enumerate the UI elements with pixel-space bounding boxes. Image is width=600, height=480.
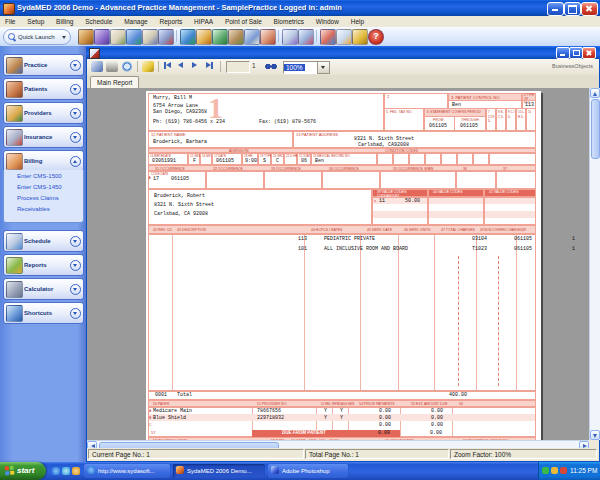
sidebar-item-billing[interactable]: Billing (3, 150, 84, 172)
vertical-scrollbar[interactable] (589, 88, 600, 440)
group-tree-icon[interactable] (142, 61, 154, 72)
monitor-icon[interactable] (336, 29, 352, 45)
insurance-icon (6, 129, 23, 146)
print-icon[interactable] (106, 61, 118, 72)
maximize-button[interactable] (564, 2, 581, 16)
lock-icon[interactable] (352, 29, 368, 45)
sidebar-item-shortcuts[interactable]: Shortcuts (3, 302, 84, 324)
patient-record-icon[interactable] (110, 29, 126, 45)
menu-file[interactable]: File (0, 16, 20, 27)
refresh-icon[interactable] (121, 61, 133, 72)
photoshop-icon (271, 466, 279, 474)
zoom-combobox[interactable]: 100% (283, 61, 319, 74)
help-icon[interactable]: ? (368, 29, 384, 45)
tray-update-icon[interactable] (551, 467, 558, 474)
form-condition-cell (473, 153, 489, 165)
billing-icon (6, 153, 23, 170)
sidebar-item-practice[interactable]: Practice (3, 54, 84, 76)
billing-coin-icon[interactable] (196, 29, 212, 45)
menu-schedule[interactable]: Schedule (80, 16, 117, 27)
form-box-18: 18 HR 9:00 (242, 153, 258, 165)
menu-hipaa[interactable]: HIPAA (189, 16, 218, 27)
sidebar-item-calculator[interactable]: Calculator (3, 278, 84, 300)
status-current-page: Current Page No.: 1 (88, 449, 304, 459)
icd-codes-icon[interactable] (94, 29, 110, 45)
tray-alert-icon[interactable] (560, 467, 567, 474)
scroll-down-button[interactable] (590, 430, 600, 440)
menu-biometrics[interactable]: Biometrics (269, 16, 309, 27)
next-page-button[interactable] (192, 62, 202, 72)
chevron-down-icon[interactable] (70, 84, 81, 95)
zoom-dropdown-button[interactable] (317, 61, 330, 74)
report-minimize-button[interactable] (556, 47, 570, 59)
chevron-down-icon[interactable] (70, 308, 81, 319)
page-number-box[interactable] (226, 61, 250, 73)
menu-billing[interactable]: Billing (51, 16, 78, 27)
form-box-11: 11 (526, 108, 536, 131)
sidebar-item-insurance[interactable]: Insurance (3, 126, 84, 148)
tray-shield-icon[interactable] (542, 467, 549, 474)
navigation-sidebar: Practice Patients Providers Insurance Bi… (0, 46, 86, 462)
cpt-codes-icon[interactable] (78, 29, 94, 45)
internet-explorer-icon[interactable] (52, 467, 60, 475)
sidebar-item-reports[interactable]: Reports (3, 254, 84, 276)
claim-form-icon[interactable] (158, 29, 174, 45)
messenger-icon[interactable] (62, 467, 70, 475)
quick-launch-button[interactable]: Quick Launch (3, 29, 71, 45)
sidebar-link-process-claims[interactable]: Process Claims (4, 192, 83, 203)
tab-main-report[interactable]: Main Report (90, 76, 139, 88)
chevron-down-icon[interactable] (70, 260, 81, 271)
chart-icon[interactable] (320, 29, 336, 45)
show-desktop-icon[interactable] (72, 467, 80, 475)
form-box-7: 7 COV D. (486, 108, 496, 131)
task-browser[interactable]: http://www.sydasoft... (84, 464, 170, 478)
sidebar-link-receivables[interactable]: Receivables (4, 203, 83, 214)
mail-monitor-icon[interactable] (244, 29, 260, 45)
chevron-down-icon[interactable] (70, 236, 81, 247)
search-binoculars-icon[interactable] (265, 63, 277, 70)
sidebar-item-schedule[interactable]: Schedule (3, 230, 84, 252)
window-title: SydaMED 2006 Demo - Advanced Practice Ma… (17, 0, 342, 16)
report-close-button[interactable] (582, 47, 596, 59)
task-list-icon[interactable] (298, 29, 314, 45)
sidebar-link-enter-cms-1450[interactable]: Enter CMS-1450 (4, 181, 83, 192)
businessobjects-logo: BusinessObjects (552, 63, 593, 69)
ledger-grid-icon[interactable] (212, 29, 228, 45)
menu-manage[interactable]: Manage (119, 16, 153, 27)
menu-help[interactable]: Help (346, 16, 369, 27)
report-restore-button[interactable] (569, 47, 583, 59)
menu-setup[interactable]: Setup (22, 16, 49, 27)
minimize-button[interactable] (547, 2, 564, 16)
chevron-down-icon[interactable] (70, 132, 81, 143)
start-button[interactable]: start (0, 462, 46, 480)
sidebar-link-enter-cms-1500[interactable]: Enter CMS-1500 (4, 170, 83, 181)
last-page-button[interactable] (206, 62, 216, 72)
sidebar-item-patients[interactable]: Patients (3, 78, 84, 100)
report-page: 1 Murry, Bill M 6754 Arrow Lane San Dieg… (146, 91, 541, 444)
scroll-up-button[interactable] (590, 88, 600, 98)
task-sydamed[interactable]: SydaMED 2006 Demo... (173, 464, 265, 478)
task-photoshop[interactable]: Adobe Photoshop (268, 464, 348, 478)
window-titlebar[interactable]: SydaMED 2006 Demo - Advanced Practice Ma… (0, 0, 600, 16)
vertical-scroll-thumb[interactable] (591, 99, 600, 159)
export-icon[interactable] (91, 61, 103, 72)
provider-monitor-icon[interactable] (126, 29, 142, 45)
report-window-titlebar[interactable] (86, 46, 600, 59)
sidebar-item-providers[interactable]: Providers (3, 102, 84, 124)
menu-point-of-sale[interactable]: Point of Sale (220, 16, 267, 27)
previous-page-button[interactable] (178, 62, 188, 72)
toolbar-separator (278, 30, 279, 42)
menu-reports[interactable]: Reports (155, 16, 188, 27)
menu-window[interactable]: Window (311, 16, 344, 27)
cd-document-icon[interactable] (282, 29, 298, 45)
user-report-icon[interactable] (260, 29, 276, 45)
chevron-down-icon[interactable] (70, 108, 81, 119)
folder-boxes-icon[interactable] (228, 29, 244, 45)
first-page-button[interactable] (164, 62, 174, 72)
chevron-up-icon[interactable] (70, 156, 81, 167)
document-icon[interactable] (142, 29, 158, 45)
chevron-down-icon[interactable] (70, 60, 81, 71)
chevron-down-icon[interactable] (70, 284, 81, 295)
close-button[interactable] (581, 2, 598, 16)
globe-monitor-icon[interactable] (180, 29, 196, 45)
